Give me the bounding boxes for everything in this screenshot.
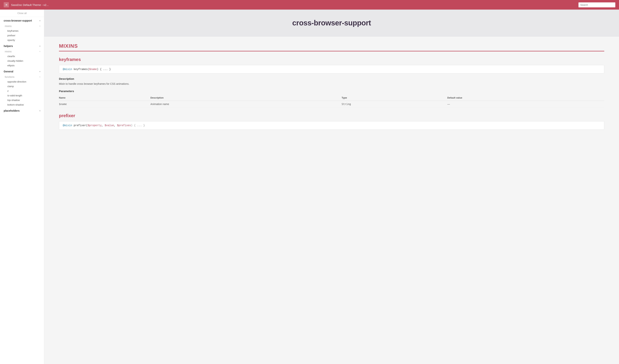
sidebar-section-cbs: cross-browser-support ▾ mixins ▾ keyfram… xyxy=(0,17,44,42)
col-header-type: Type xyxy=(341,95,447,101)
col-header-name: Name xyxy=(59,95,151,101)
code-func: keyframes( xyxy=(74,68,89,71)
sidebar-item-opacity[interactable]: opacity xyxy=(0,38,44,42)
page-title: cross-browser-support xyxy=(59,19,604,27)
sidebar-item-bottom-shadow[interactable]: bottom-shadow xyxy=(0,102,44,107)
mixin-item-keyframes: keyframes @mixin keyframes($name) { ... … xyxy=(59,57,604,108)
sidebar: Close all cross-browser-support ▾ mixins… xyxy=(0,10,44,364)
params-table-keyframes: Name Description Type Default value $nam… xyxy=(59,95,604,108)
code-keyword: @mixin xyxy=(63,68,72,71)
chevron-down-icon: ▾ xyxy=(39,70,40,73)
description-text-keyframes: Mixin to handle cross browser keyframes … xyxy=(59,82,604,86)
code-block-prefixer: @mixin prefixer($property, $value, $pref… xyxy=(59,121,604,130)
param-desc-cell: Animation name xyxy=(151,101,342,108)
code-func: prefixer( xyxy=(74,124,88,127)
section-title-mixins: MIXINS xyxy=(59,36,604,51)
sidebar-item-is-valid-length[interactable]: is-valid-length xyxy=(0,93,44,98)
description-title-keyframes: Description xyxy=(59,77,604,80)
sidebar-sub-mixins-cbs[interactable]: mixins ▾ xyxy=(0,24,44,28)
layout: Close all cross-browser-support ▾ mixins… xyxy=(0,10,619,364)
param-row: $name Animation name String — xyxy=(59,101,604,108)
sidebar-section-helpers: helpers ▾ mixins ▾ clearfix visually-hid… xyxy=(0,42,44,68)
code-brace: ) { ... } xyxy=(97,68,111,71)
chevron-down-icon: ▾ xyxy=(39,76,40,78)
main-content: cross-browser-support MIXINS keyframes @… xyxy=(44,10,619,364)
code-block-keyframes: @mixin keyframes($name) { ... } xyxy=(59,65,604,73)
col-header-default: Default value xyxy=(447,95,604,101)
page-header: cross-browser-support xyxy=(44,10,619,36)
code-comma2: , xyxy=(114,124,117,127)
mixin-title-prefixer: prefixer xyxy=(59,113,604,118)
sidebar-group-label: helpers xyxy=(4,45,13,48)
sidebar-sub-label: functions xyxy=(5,76,14,78)
sidebar-item-z[interactable]: z xyxy=(0,89,44,93)
code-keyword: @mixin xyxy=(63,124,72,127)
sidebar-item-ellipsis[interactable]: ellipsis xyxy=(0,63,44,68)
sidebar-group-label: General xyxy=(4,70,13,73)
param-name-cell: $name xyxy=(59,101,151,108)
app-title: SassDoc Default Theme - v2... xyxy=(11,3,49,6)
sidebar-sub-mixins-helpers[interactable]: mixins ▾ xyxy=(0,49,44,54)
header: ✕ SassDoc Default Theme - v2... xyxy=(0,0,619,10)
code-param2: $value xyxy=(105,124,114,127)
code-param: $property xyxy=(87,124,101,127)
sidebar-group-label: placeholders xyxy=(4,109,20,112)
chevron-down-icon: ▾ xyxy=(39,20,40,22)
sidebar-section-placeholders: placeholders ▾ xyxy=(0,107,44,114)
parameters-title-keyframes: Parameters xyxy=(59,89,604,93)
param-type-cell: String xyxy=(341,101,447,108)
code-param3: $prefixes xyxy=(117,124,131,127)
code-comma: , xyxy=(101,124,105,127)
sidebar-sub-label: mixins xyxy=(5,25,12,28)
param-default-cell: — xyxy=(447,101,604,108)
sidebar-item-cross-browser-support[interactable]: cross-browser-support ▾ xyxy=(0,17,44,24)
sidebar-item-top-shadow[interactable]: top-shadow xyxy=(0,98,44,102)
mixin-title-keyframes: keyframes xyxy=(59,57,604,62)
sidebar-section-general: General ▾ functions ▾ opposite-direction… xyxy=(0,68,44,107)
sidebar-sub-label: mixins xyxy=(5,50,12,53)
chevron-down-icon: ▾ xyxy=(39,51,40,53)
sidebar-item-opposite-direction[interactable]: opposite-direction xyxy=(0,79,44,84)
sidebar-item-prefixer[interactable]: prefixer xyxy=(0,33,44,38)
chevron-down-icon: ▾ xyxy=(39,110,40,112)
code-brace: ) { ... } xyxy=(131,124,145,127)
chevron-down-icon: ▾ xyxy=(39,45,40,47)
sidebar-item-general[interactable]: General ▾ xyxy=(0,68,44,74)
sidebar-item-placeholders[interactable]: placeholders ▾ xyxy=(0,107,44,114)
sidebar-item-keyframes[interactable]: keyframes xyxy=(0,28,44,33)
sidebar-item-clearfix[interactable]: clearfix xyxy=(0,54,44,58)
close-button[interactable]: ✕ xyxy=(4,2,9,7)
col-header-description: Description xyxy=(151,95,342,101)
code-param: $name xyxy=(89,68,97,71)
sidebar-item-helpers[interactable]: helpers ▾ xyxy=(0,42,44,49)
sidebar-group-label: cross-browser-support xyxy=(4,19,32,22)
sidebar-item-clamp[interactable]: clamp xyxy=(0,84,44,89)
mixin-item-prefixer: prefixer @mixin prefixer($property, $val… xyxy=(59,113,604,130)
chevron-down-icon: ▾ xyxy=(39,25,40,27)
close-all-button[interactable]: Close all xyxy=(0,10,44,17)
search-input[interactable] xyxy=(578,2,615,7)
header-left: ✕ SassDoc Default Theme - v2... xyxy=(4,2,49,7)
sidebar-item-visually-hidden[interactable]: visually-hidden xyxy=(0,58,44,63)
sidebar-sub-functions-general[interactable]: functions ▾ xyxy=(0,74,44,79)
content-area: MIXINS keyframes @mixin keyframes($name)… xyxy=(44,36,619,144)
